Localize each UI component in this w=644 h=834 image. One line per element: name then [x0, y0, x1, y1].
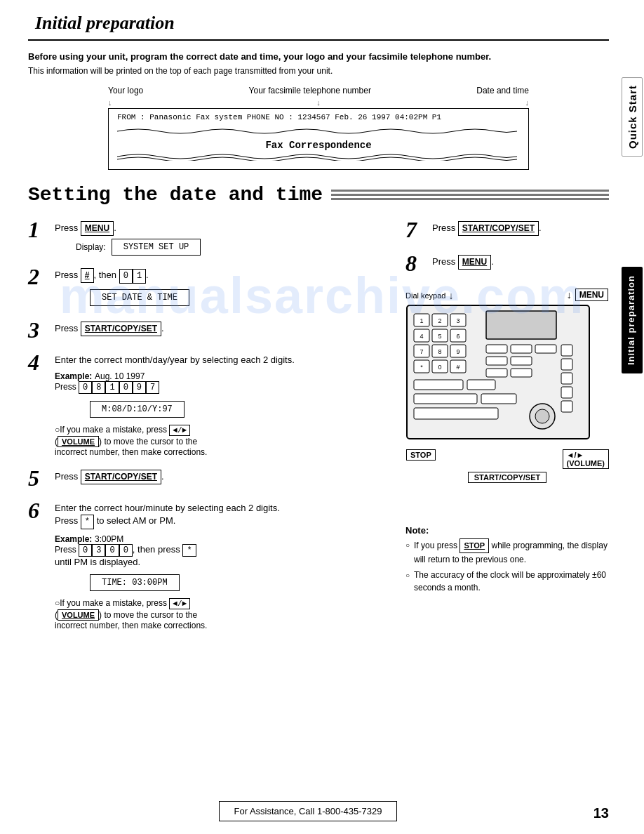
step-4: 4 Enter the correct month/day/year by se… — [28, 351, 391, 457]
svg-rect-30 — [561, 401, 572, 412]
step-3-number: 3 — [28, 319, 48, 341]
stop-label: STOP — [406, 449, 436, 461]
step-4-key-7: 7 — [146, 381, 159, 394]
note-1: If you press STOP while programming, the… — [405, 538, 609, 566]
dial-keypad-text: Dial keypad — [405, 291, 445, 300]
step-2-number: 2 — [28, 265, 48, 288]
menu-label-box: MENU — [575, 289, 608, 301]
step-4-key-8: 8 — [92, 381, 105, 394]
section-title: Setting the date and time — [28, 184, 609, 206]
step-7-content: Press START/COPY/SET. — [432, 218, 609, 239]
step-6-key-0b: 0 — [105, 544, 119, 557]
step-2: 2 Press #, then 01. SET DATE & TIME — [28, 265, 391, 309]
svg-text:9: 9 — [456, 348, 459, 355]
fax-from-line: FROM : Panasonic Fax system PHONE NO : 1… — [117, 113, 520, 121]
two-col-layout: 1 Press MENU. Display: SYSTEM SET UP 2 — [28, 218, 609, 640]
intro-bold: Before using your unit, program the corr… — [28, 51, 609, 63]
step-8: 8 Press MENU. — [405, 252, 609, 274]
svg-text:1: 1 — [420, 317, 423, 324]
svg-text:3: 3 — [456, 317, 459, 324]
wavy-line-2 — [117, 151, 517, 161]
step-6-key-0: 0 — [79, 544, 92, 557]
footer-assistance-box: For Assistance, Call 1-800-435-7329 — [219, 801, 396, 821]
step-3-press-text: Press — [55, 323, 81, 333]
label-phone: Your facsimile telephone number — [249, 86, 371, 95]
svg-text:#: # — [456, 364, 459, 371]
svg-point-44 — [535, 409, 549, 423]
step-5-number: 5 — [28, 467, 48, 489]
step-6-example-text: 3:00PM — [95, 534, 123, 544]
svg-rect-41 — [481, 394, 516, 404]
step-2-content: Press #, then 01. SET DATE & TIME — [55, 265, 391, 309]
step-8-press: Press — [432, 256, 458, 267]
step-4-key-0b: 0 — [119, 381, 133, 394]
step-6-example-label: Example: — [55, 534, 92, 544]
step-7-key: START/COPY/SET — [458, 221, 539, 236]
svg-text:4: 4 — [420, 333, 423, 340]
step-2-key2: 0 — [119, 269, 133, 284]
step-7-press: Press — [432, 223, 458, 233]
diagram-labels-top: Dial keypad ↓ ↓ MENU — [405, 289, 609, 301]
step-8-number: 8 — [405, 252, 425, 274]
volume-label: ◄/►(VOLUME) — [563, 449, 609, 469]
step-4-key-9: 9 — [133, 381, 146, 394]
svg-rect-28 — [561, 373, 572, 384]
step-6-star-key: * — [81, 515, 94, 529]
step-1-number: 1 — [28, 218, 48, 241]
step-4-press-text: Press — [55, 382, 79, 392]
step-2-display-box: SET DATE & TIME — [90, 289, 189, 306]
step-4-text: Enter the correct month/day/year by sele… — [55, 354, 391, 366]
step-1-menu-key: MENU — [81, 221, 114, 236]
step-5-press: Press — [55, 471, 81, 482]
device-svg: 1 2 3 4 5 6 7 — [405, 304, 591, 444]
step-4-volume-key: VOLUME — [58, 436, 99, 447]
note-2: The accuracy of the clock will be approx… — [405, 569, 609, 594]
svg-rect-29 — [561, 387, 572, 398]
svg-rect-32 — [511, 345, 532, 353]
page-number: 13 — [593, 805, 609, 821]
step-1: 1 Press MENU. Display: SYSTEM SET UP — [28, 218, 391, 256]
step-4-key-0: 0 — [79, 381, 92, 394]
step-4-note: ○If you make a mistake, press ◄/► (VOLUM… — [55, 425, 391, 457]
svg-rect-39 — [467, 380, 495, 390]
fax-labels-row: Your logo Your facsimile telephone numbe… — [108, 86, 529, 95]
svg-text:*: * — [420, 364, 423, 371]
label-logo: Your logo — [108, 86, 143, 95]
svg-rect-27 — [561, 359, 572, 370]
fax-correspondence: Fax Correspondence — [117, 140, 520, 151]
step-6-until-text: until PM is displayed. — [55, 557, 140, 567]
step-6-key-3: 3 — [92, 544, 105, 557]
stop-note-key: STOP — [459, 538, 489, 553]
step-1-press-text: Press — [55, 223, 81, 233]
step-8-key: MENU — [458, 255, 491, 270]
step-6-content: Enter the correct hour/minute by selecti… — [55, 499, 391, 630]
step-5-content: Press START/COPY/SET. — [55, 467, 391, 487]
step-2-press-text: Press — [55, 270, 81, 280]
arrow-phone: ↓ — [316, 98, 321, 107]
diagram-container: Dial keypad ↓ ↓ MENU — [405, 289, 609, 483]
step-4-number: 4 — [28, 351, 48, 373]
diagram-labels-bottom: STOP ◄/►(VOLUME) — [405, 449, 609, 469]
note-title: Note: — [405, 525, 609, 536]
step-1-text: Press MENU. — [55, 221, 391, 236]
step-7: 7 Press START/COPY/SET. — [405, 218, 609, 241]
svg-rect-38 — [414, 380, 463, 390]
svg-rect-26 — [561, 345, 572, 356]
step-6: 6 Enter the correct hour/minute by selec… — [28, 499, 391, 630]
svg-rect-33 — [535, 345, 556, 353]
step-3: 3 Press START/COPY/SET. — [28, 319, 391, 341]
svg-rect-31 — [486, 345, 507, 353]
step-1-display-box: SYSTEM SET UP — [112, 239, 201, 256]
start-copy-set-label: START/COPY/SET — [468, 472, 547, 483]
menu-arrow: ↓ — [567, 289, 572, 300]
sidebar-quick-start: Quick Start — [622, 77, 643, 157]
step-8-content: Press MENU. — [432, 252, 609, 272]
step-5-key: START/COPY/SET — [81, 470, 161, 484]
dial-keypad-label: Dial keypad ↓ — [405, 290, 453, 301]
title-divider — [28, 39, 609, 41]
start-copy-set-container: START/COPY/SET — [405, 472, 609, 483]
step-4-display-box: M:08/D:10/Y:97 — [90, 401, 185, 418]
step-4-example: Example: Aug. 10 1997 Press 081097 — [55, 371, 391, 394]
col-right: 7 Press START/COPY/SET. 8 Press MENU. — [405, 218, 609, 640]
col-left: 1 Press MENU. Display: SYSTEM SET UP 2 — [28, 218, 391, 640]
